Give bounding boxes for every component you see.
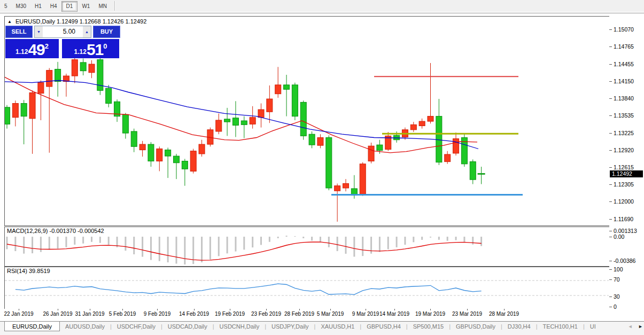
timeframe-toolbar: 5M30H1H4D1W1MN	[0, 0, 644, 13]
timeframe-button-5[interactable]: 5	[0, 2, 12, 11]
rsi-axis-label: 70	[614, 276, 620, 283]
macd-axis-tick	[609, 237, 612, 237]
timeframe-button-m30[interactable]: M30	[12, 2, 30, 11]
price-axis[interactable]: 1.12492 1.150701.147651.144551.141501.13…	[609, 16, 644, 321]
date-axis-tick	[430, 309, 431, 310]
date-axis-label: 9 Mar 2019	[352, 311, 379, 317]
macd-indicator-pane[interactable]: MACD(12,26,9) -0.001370 -0.000542	[4, 227, 610, 267]
price-axis-label: 1.11690	[614, 216, 633, 222]
buy-price-big: 51	[87, 42, 103, 57]
chart-tab-usdcnh-daily[interactable]: USDCNH,Daily	[214, 322, 265, 330]
chart-tab-sp500-m15[interactable]: SP500,M15	[408, 322, 449, 330]
chart-tab-usdcad-daily[interactable]: USDCAD,Daily	[162, 322, 213, 330]
volume-decrease-icon[interactable]: ▼	[35, 26, 43, 37]
macd-axis-tick	[609, 231, 612, 231]
timeframe-button-d1[interactable]: D1	[61, 1, 78, 12]
date-axis-tick	[330, 309, 331, 310]
price-axis-label: 1.12305	[614, 181, 634, 188]
date-axis-tick	[157, 309, 158, 310]
one-click-trading-widget: SELL ▼ 5.00 ▲ BUY 1.12 49 2 1.12 51 0	[5, 26, 120, 58]
volume-increase-icon[interactable]: ▲	[83, 26, 91, 37]
rsi-indicator-pane[interactable]: RSI(14) 39.8519	[4, 267, 610, 309]
sell-price-box[interactable]: 1.12 49 2	[5, 39, 59, 58]
date-axis-tick	[90, 309, 90, 310]
price-axis-tick	[609, 29, 612, 30]
buy-price-box[interactable]: 1.12 51 0	[62, 39, 119, 58]
price-axis-tick	[609, 219, 612, 220]
buy-button[interactable]: BUY	[93, 26, 120, 38]
price-axis-label: 1.12615	[614, 164, 634, 170]
date-axis-label: 26 Jan 2019	[43, 311, 72, 317]
price-axis-label: 1.14765	[614, 43, 634, 50]
price-axis-tick	[609, 46, 612, 47]
chart-tab-audusd-daily[interactable]: AUDUSD,Daily	[60, 322, 110, 330]
date-axis-label: 28 Mar 2019	[489, 311, 519, 317]
price-axis-label: 1.13840	[614, 95, 634, 102]
sell-price-pip: 2	[45, 42, 49, 50]
date-axis-label: 9 Feb 2019	[144, 311, 171, 317]
chart-tab-eurusd-daily[interactable]: EURUSD,Daily	[4, 322, 60, 331]
date-axis-label: 23 Mar 2019	[452, 311, 482, 317]
date-axis-tick	[19, 309, 19, 310]
buy-price-prefix: 1.12	[74, 48, 87, 56]
chart-title: ▲ EURUSD,Daily 1.12499 1.12668 1.12426 1…	[7, 18, 146, 25]
ohlc-low: 1.12426	[103, 18, 124, 25]
timeframe-button-h1[interactable]: H1	[30, 2, 46, 11]
toolbar-separator	[114, 1, 115, 11]
date-axis-tick	[366, 309, 366, 310]
chart-tab-usdjpy-daily[interactable]: USDJPY,Daily	[266, 322, 314, 330]
chart-tab-dj30-h4[interactable]: DJ30,H4	[502, 322, 536, 330]
symbol-period-label: EURUSD,Daily	[15, 18, 55, 25]
macd-label: MACD(12,26,9) -0.001370 -0.000542	[7, 228, 104, 234]
date-axis-label: 14 Mar 2019	[379, 311, 409, 317]
macd-axis-label: -0.00386	[614, 258, 635, 264]
chart-tab-tech100-h1[interactable]: TECH100,H1	[537, 322, 583, 330]
price-axis-tick	[609, 201, 612, 202]
price-axis-tick	[609, 64, 612, 65]
macd-axis-label: 0.00	[614, 233, 624, 240]
chart-tab-gbpusd-h4[interactable]: GBPUSD,H4	[361, 322, 406, 330]
rsi-axis-tick	[609, 307, 612, 307]
macd-axis-tick	[609, 261, 612, 261]
sell-price-prefix: 1.12	[15, 48, 28, 56]
rsi-label: RSI(14) 39.8519	[7, 268, 50, 274]
date-axis-label: 23 Feb 2019	[251, 311, 281, 317]
date-axis[interactable]: 22 Jan 201926 Jan 201931 Jan 20195 Feb 2…	[4, 309, 644, 321]
price-axis-tick	[609, 81, 612, 82]
date-axis-label: 5 Feb 2019	[109, 311, 136, 317]
price-axis-tick	[609, 115, 612, 116]
tabs-scroll-left-icon[interactable]: ◄	[628, 324, 633, 329]
collapse-icon[interactable]: ▲	[7, 19, 12, 24]
date-axis-label: 5 Mar 2019	[317, 311, 344, 317]
rsi-axis-label: 100	[614, 266, 623, 272]
ohlc-open: 1.12499	[57, 18, 78, 25]
timeframe-button-mn[interactable]: MN	[94, 2, 111, 11]
date-axis-label: 28 Feb 2019	[284, 311, 314, 317]
chart-tab-ui[interactable]: UI	[585, 322, 601, 330]
rsi-axis-tick	[609, 297, 612, 297]
rsi-axis-tick	[609, 279, 612, 280]
price-axis-tick	[609, 133, 612, 134]
sell-price-big: 49	[28, 42, 44, 57]
chart-tab-usdchf-daily[interactable]: USDCHF,Daily	[112, 322, 161, 330]
date-axis-label: 31 Jan 2019	[75, 311, 104, 317]
date-axis-label: 22 Jan 2019	[4, 311, 33, 317]
chart-tab-xauusd-h1[interactable]: XAUUSD,H1	[315, 322, 360, 330]
ohlc-high: 1.12668	[80, 18, 101, 25]
chart-tab-gbpusd-daily[interactable]: GBPUSD,Daily	[451, 322, 501, 330]
volume-input[interactable]: 5.00	[43, 26, 83, 37]
tabs-scroll-right-icon[interactable]: ►	[638, 324, 643, 329]
ohlc-close: 1.12492	[126, 18, 147, 25]
date-axis-label: 19 Feb 2019	[215, 311, 245, 317]
date-axis-label: 19 Mar 2019	[415, 311, 445, 317]
date-axis-tick	[394, 309, 395, 310]
timeframe-button-h4[interactable]: H4	[46, 2, 61, 11]
price-axis-tick	[609, 167, 612, 168]
sell-button[interactable]: SELL	[5, 26, 33, 38]
date-axis-tick	[504, 309, 505, 310]
timeframe-button-w1[interactable]: W1	[77, 2, 94, 11]
price-axis-label: 1.12000	[614, 198, 634, 205]
date-axis-tick	[299, 309, 300, 310]
price-axis-label: 1.14455	[614, 61, 634, 67]
price-axis-label: 1.12920	[614, 147, 634, 153]
